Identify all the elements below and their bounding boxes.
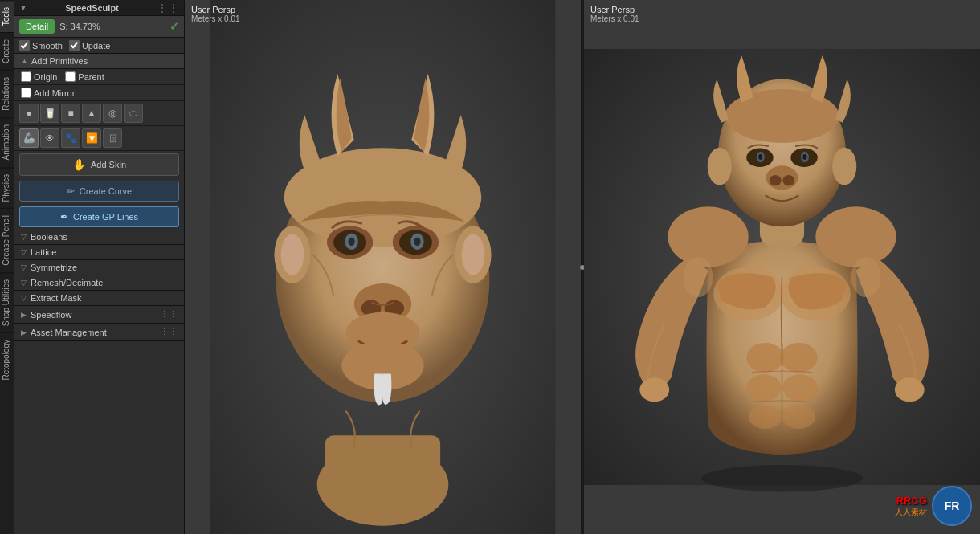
icon-teardrop[interactable]: 🔽 — [82, 128, 101, 148]
asset-mgmt-label: Asset Management — [31, 328, 107, 337]
watermark-circle: FR — [932, 486, 972, 526]
watermark-sub: 人人素材 — [895, 507, 927, 518]
booleans-arrow: ▽ — [21, 233, 27, 241]
left-panel: ▼ SpeedSculpt ⋮⋮ Detail S: 34.73% ✓ Smoo… — [14, 0, 185, 534]
svg-point-36 — [815, 206, 896, 267]
svg-point-51 — [851, 257, 881, 297]
icon-torus[interactable]: ◎ — [103, 104, 122, 123]
speedflow-dots: ⋮⋮ — [160, 309, 178, 320]
symmetrize-arrow: ▽ — [21, 263, 27, 271]
svg-point-31 — [782, 374, 817, 401]
icon-eye[interactable]: 👁 — [40, 128, 59, 148]
panel-header-triangle: ▼ — [19, 3, 27, 12]
extract-mask-label: Extract Mask — [31, 293, 82, 303]
detail-button[interactable]: Detail — [19, 19, 55, 34]
origin-label[interactable]: Origin — [21, 71, 57, 82]
icon-cube[interactable]: ■ — [61, 104, 80, 123]
vertical-tab-bar: Tools Create Relations Animation Physics… — [0, 0, 14, 534]
asset-mgmt-dots: ⋮⋮ — [160, 327, 178, 337]
add-mirror-checkbox[interactable] — [21, 88, 31, 98]
viewport-left-bg: User Persp Meters x 0.01 — [185, 0, 581, 534]
lattice-header[interactable]: ▽ Lattice — [14, 245, 184, 259]
viewport-right[interactable]: User Persp Meters x 0.01 — [584, 0, 980, 534]
tab-grease-pencil[interactable]: Grease Pencil — [0, 208, 14, 272]
create-gp-lines-button[interactable]: ✒ Create GP Lines — [19, 206, 179, 227]
icon-sphere[interactable]: ● — [19, 104, 39, 123]
svg-point-35 — [668, 206, 748, 267]
extract-mask-header[interactable]: ▽ Extract Mask — [14, 291, 184, 305]
icon-face[interactable]: 🐾 — [61, 128, 80, 148]
svg-point-43 — [758, 154, 762, 160]
svg-point-29 — [780, 343, 818, 373]
detail-checkmark[interactable]: ✓ — [169, 20, 179, 33]
main-content: User Persp Meters x 0.01 — [185, 0, 980, 534]
icon-cone[interactable]: ▲ — [82, 104, 101, 123]
viewport-left[interactable]: User Persp Meters x 0.01 — [185, 0, 581, 534]
svg-point-24 — [639, 377, 669, 402]
booleans-label: Booleans — [31, 232, 67, 242]
svg-point-28 — [746, 343, 784, 373]
smooth-checkbox[interactable] — [19, 40, 30, 51]
add-skin-icon: ✋ — [72, 158, 86, 171]
create-curve-icon: ✏ — [67, 185, 75, 197]
add-skin-label: Add Skin — [91, 160, 126, 169]
lattice-label: Lattice — [31, 247, 56, 257]
add-skin-button[interactable]: ✋ Add Skin — [19, 153, 179, 176]
svg-point-39 — [708, 148, 732, 185]
parent-checkbox[interactable] — [65, 71, 76, 82]
create-curve-label: Create Curve — [80, 186, 132, 196]
create-curve-button[interactable]: ✏ Create Curve — [19, 181, 179, 202]
svg-point-40 — [832, 148, 856, 185]
tab-physics[interactable]: Physics — [0, 167, 14, 208]
svg-point-49 — [782, 175, 794, 185]
add-primitives-section[interactable]: ▲ Add Primitives — [14, 54, 184, 69]
origin-parent-row: Origin Parent — [14, 69, 184, 85]
speedflow-section[interactable]: ▶ Speedflow ⋮⋮ — [14, 306, 184, 324]
icon-arm[interactable]: 🦾 — [19, 128, 39, 148]
add-mirror-label[interactable]: Add Mirror — [21, 88, 75, 98]
watermark-logo: FR — [945, 499, 960, 512]
primitives-arrow: ▲ — [21, 57, 28, 65]
speedflow-arrow: ▶ — [21, 311, 27, 319]
parent-label[interactable]: Parent — [65, 71, 104, 82]
update-label: Update — [82, 41, 110, 51]
symmetrize-header[interactable]: ▽ Symmetrize — [14, 260, 184, 275]
watermark-brand: RRCG — [895, 495, 927, 507]
detail-row: Detail S: 34.73% ✓ — [14, 16, 184, 38]
tab-retopology[interactable]: Retopology — [0, 332, 14, 387]
panel-menu-dots[interactable]: ⋮⋮ — [157, 2, 179, 14]
tab-animation[interactable]: Animation — [0, 117, 14, 166]
panel-title: SpeedSculpt — [65, 3, 119, 13]
svg-point-48 — [770, 175, 782, 185]
panel-header: ▼ SpeedSculpt ⋮⋮ — [14, 0, 184, 16]
primitive-icons-row-1: ● 🥛 ■ ▲ ◎ ⬭ — [14, 101, 184, 126]
update-checkbox-label[interactable]: Update — [69, 40, 110, 51]
viewport-right-bg: User Persp Meters x 0.01 — [584, 0, 980, 534]
remesh-arrow: ▽ — [21, 279, 27, 287]
detail-value: S: 34.73% — [59, 22, 169, 31]
origin-checkbox[interactable] — [21, 71, 31, 82]
tab-snap-utilities[interactable]: Snap Utilities — [0, 272, 14, 332]
tab-create[interactable]: Create — [0, 32, 14, 70]
tab-tools[interactable]: Tools — [0, 0, 14, 32]
smooth-checkbox-label[interactable]: Smooth — [19, 40, 63, 51]
monster-head-svg — [185, 0, 581, 534]
svg-point-6 — [281, 234, 304, 275]
booleans-header[interactable]: ▽ Booleans — [14, 230, 184, 244]
remesh-header[interactable]: ▽ Remesh/Decimate — [14, 275, 184, 290]
svg-point-33 — [782, 405, 816, 429]
icon-cylinder[interactable]: ⌻ — [103, 128, 122, 148]
remesh-label: Remesh/Decimate — [31, 278, 103, 287]
lattice-arrow: ▽ — [21, 248, 27, 256]
svg-point-50 — [684, 257, 713, 297]
svg-point-30 — [746, 374, 781, 401]
asset-management-section[interactable]: ▶ Asset Management ⋮⋮ — [14, 324, 184, 341]
update-checkbox[interactable] — [69, 40, 80, 51]
icon-cup[interactable]: 🥛 — [40, 104, 59, 123]
tab-relations[interactable]: Relations — [0, 70, 14, 117]
watermark: RRCG 人人素材 FR — [895, 486, 972, 526]
lattice-section: ▽ Lattice — [14, 245, 184, 260]
svg-point-23 — [701, 465, 863, 491]
icon-extra1[interactable]: ⬭ — [124, 104, 143, 123]
add-mirror-row: Add Mirror — [14, 85, 184, 101]
